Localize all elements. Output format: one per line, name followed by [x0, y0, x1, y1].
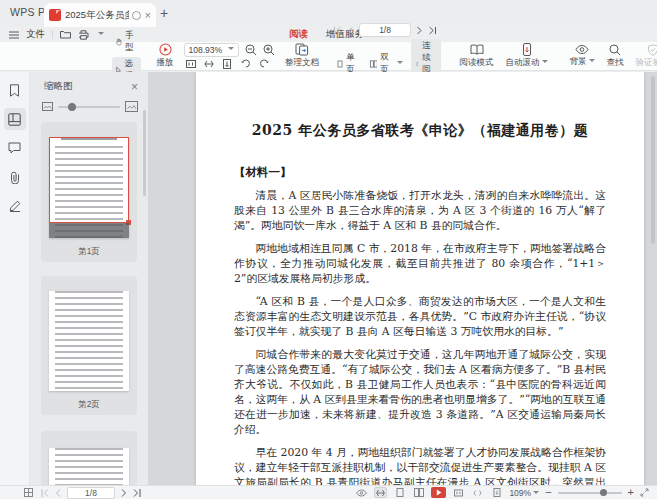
play-label: 播放	[157, 57, 174, 69]
eye-protection-icon[interactable]	[355, 487, 368, 498]
auto-scroll-caret-icon	[542, 60, 548, 66]
menu-divider	[52, 30, 53, 39]
thumbnail-slider-handle[interactable]	[68, 103, 76, 111]
fit-width-icon[interactable]	[204, 59, 214, 69]
page-1-offscreen-shade	[49, 223, 129, 238]
thumbnail-grid-icon[interactable]	[22, 487, 35, 498]
page-2-thumbnail-card: 第2页	[41, 276, 137, 415]
paragraph: 同城合作带来的最大变化莫过于交通，这几年两地开通了城际公交，实现了高速公路免费互…	[234, 347, 606, 437]
thumbnail-slider-track[interactable]	[58, 106, 120, 108]
find-button[interactable]: 查找	[601, 42, 630, 70]
auto-scroll-button[interactable]: 自动滚动	[500, 42, 554, 70]
status-first-page-button[interactable]	[41, 489, 49, 497]
rotate-left-icon[interactable]	[240, 59, 251, 69]
zoom-plus-button[interactable]: +	[628, 487, 634, 498]
find-label: 查找	[607, 57, 624, 69]
hamburger-menu-icon[interactable]	[9, 31, 19, 39]
actual-size-icon[interactable]	[186, 59, 196, 69]
comments-panel-icon[interactable]	[4, 137, 26, 159]
next-page-button[interactable]	[416, 26, 423, 35]
file-menu[interactable]: 文件	[26, 28, 45, 41]
zoom-out-icon[interactable]	[245, 44, 257, 56]
hand-tool-label: 手型	[125, 30, 136, 54]
document-title: 2025 年公务员多省联考《申论》（福建通用卷）题	[234, 122, 606, 140]
read-mode-button[interactable]: 阅读模式	[454, 42, 500, 70]
page-1-thumbnail-card: 第1页	[41, 122, 137, 262]
zoom-minus-button[interactable]: −	[545, 487, 551, 498]
thumbnail-panel-icon[interactable]	[4, 108, 26, 130]
menu-row: 文件 阅读 增值服务	[0, 27, 657, 42]
auto-scroll-label: 自动滚动	[506, 57, 540, 67]
status-zoom-caret-icon	[533, 491, 539, 497]
thumbnail-size-slider[interactable]	[30, 97, 148, 118]
signature-panel-icon[interactable]	[4, 195, 26, 217]
rotate-right-icon[interactable]	[259, 59, 270, 69]
background-label: 背景	[570, 56, 587, 66]
thumbnail-panel: 缩略图 × 第1页 第2页	[30, 72, 148, 485]
attachment-panel-icon[interactable]	[4, 166, 26, 188]
thumbnail-panel-close-icon[interactable]: ×	[131, 81, 138, 93]
paragraph: 早在 2020 年 4 月，两地组织部门就签署了人才协同发展战略合作框架协议，建…	[234, 445, 606, 485]
new-tab-button[interactable]: +	[160, 5, 168, 21]
thumbnail-panel-scrollbar[interactable]	[143, 110, 146, 196]
status-prev-page-button[interactable]	[55, 489, 61, 497]
status-last-page-button[interactable]	[133, 489, 141, 497]
last-page-button[interactable]	[428, 26, 437, 35]
toolbar: 手型 选择 播放 108.93%	[0, 42, 657, 71]
thumbnail-panel-title: 缩略图	[44, 80, 73, 93]
background-caret-icon	[589, 59, 595, 65]
page-1-thumbnail[interactable]	[49, 137, 129, 238]
titlebar: WPS PDF 2025年公务员多省联考《申... × +	[0, 0, 657, 27]
status-fit-width-icon[interactable]	[471, 487, 484, 498]
zoom-level-value: 108.93%	[189, 45, 223, 55]
status-play-button[interactable]	[431, 487, 446, 498]
page-3-thumbnail-card: 第3页	[41, 431, 137, 485]
pdf-file-icon	[49, 9, 61, 21]
content-area: 缩略图 × 第1页 第2页	[0, 72, 657, 485]
zoom-slider-handle[interactable]	[600, 489, 607, 496]
hand-tool-button[interactable]: 手型	[112, 29, 141, 55]
read-mode-label: 阅读模式	[460, 57, 494, 69]
fullscreen-icon[interactable]	[640, 488, 649, 497]
document-scrollbar[interactable]	[651, 76, 655, 244]
tab-read[interactable]: 阅读	[288, 28, 309, 41]
verify-signature-label: 验证签名	[636, 57, 657, 69]
page-2-thumbnail[interactable]	[49, 291, 129, 391]
first-page-button[interactable]	[333, 26, 342, 35]
document-tab[interactable]: 2025年公务员多省联考《申... ×	[44, 3, 156, 27]
status-zoom-dropdown[interactable]: 109%	[509, 488, 539, 498]
printer-icon[interactable]	[78, 30, 89, 40]
organize-document-label: 整理文档	[285, 57, 319, 69]
page-indicator-input[interactable]: 1/8	[359, 23, 411, 37]
tab-close-icon[interactable]: ×	[145, 10, 151, 21]
fit-page-icon[interactable]	[222, 59, 232, 69]
single-page-view-icon[interactable]	[393, 487, 406, 498]
paragraph: 两地地域相连且同属 C 市，2018 年，在市政府主导下，两地签署战略合作协议，…	[234, 241, 606, 286]
large-thumbnail-icon	[125, 101, 138, 112]
organize-document-button[interactable]: 整理文档	[275, 42, 325, 70]
sidebar-icon-strip	[0, 72, 30, 485]
document-page[interactable]: 2025 年公务员多省联考《申论》（福建通用卷）题 【材料一】 清晨，A 区居民…	[196, 72, 644, 485]
play-button[interactable]: 播放	[151, 42, 180, 70]
background-button[interactable]: 背景	[564, 42, 601, 70]
status-fit-page-icon[interactable]	[490, 487, 503, 498]
bookmark-panel-icon[interactable]	[4, 79, 26, 101]
zoom-in-icon[interactable]	[263, 44, 275, 56]
paragraph: 清晨，A 区居民小陈准备烧饭，打开水龙头，清冽的自来水哗哗流出。这股来自 13 …	[234, 188, 606, 233]
paragraph: “A 区和 B 县，一个是人口众多、商贸发达的市场大区，一个是人文和生态资源丰富…	[234, 294, 606, 339]
status-actual-size-icon[interactable]	[452, 487, 465, 498]
status-page-indicator[interactable]: 1/8	[67, 487, 115, 499]
page-3-thumbnail[interactable]	[49, 448, 129, 485]
tab-title: 2025年公务员多省联考《申...	[65, 9, 129, 22]
two-page-view-icon[interactable]	[412, 487, 425, 498]
zoom-slider-track[interactable]	[558, 492, 622, 494]
fit-window-icon[interactable]	[374, 487, 387, 498]
zoom-level-dropdown[interactable]: 108.93%	[184, 43, 240, 57]
status-next-page-button[interactable]	[121, 489, 127, 497]
folder-icon[interactable]	[60, 30, 71, 39]
prev-page-button[interactable]	[347, 26, 354, 35]
page-1-viewport-box[interactable]	[49, 137, 129, 223]
status-zoom-value: 109%	[509, 488, 531, 498]
status-bar: 1/8 109%	[0, 485, 657, 499]
quick-tools-caret-icon[interactable]	[98, 32, 104, 38]
